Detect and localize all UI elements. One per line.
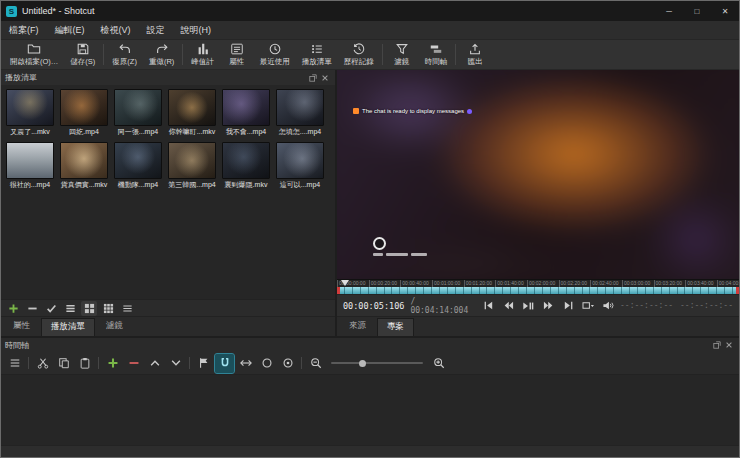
zoom-out-button[interactable] [306,354,325,373]
playlist-clip[interactable]: 這可以...mp4 [275,142,325,190]
tab-playlist[interactable]: 播放清單 [41,318,95,336]
zoom-slider[interactable] [331,357,423,369]
playlist-add-button[interactable] [5,301,21,316]
rewind-button[interactable] [499,297,517,315]
chat-overlay: The chat is ready to display messages [353,108,472,114]
ripple-button[interactable] [257,354,276,373]
skip-start-button[interactable] [479,297,497,315]
playlist-clip[interactable]: 你幹嘛盯...mkv [167,89,217,137]
timeline-menu-button[interactable] [5,354,24,373]
playlist-close-button[interactable] [319,71,331,84]
scrub-while-dragging-button[interactable] [236,354,255,373]
ripple-icon [261,357,273,369]
save-button[interactable]: 儲存(S) [64,40,101,69]
chat-accent-icon [467,109,472,114]
append-button[interactable] [103,354,122,373]
menu-settings[interactable]: 設定 [139,21,173,39]
view-icons-icon [103,303,114,314]
playlist-button[interactable]: 播放清單 [296,40,338,69]
clip-thumbnail [168,142,216,179]
menu-file[interactable]: 檔案(F) [1,21,47,39]
playlist-float-button[interactable] [307,71,319,84]
zoom-dropdown-button[interactable] [579,297,597,315]
out-point-marker[interactable] [736,287,739,294]
lift-button[interactable] [145,354,164,373]
overwrite-button[interactable] [166,354,185,373]
playlist-view-tiles-button[interactable] [81,301,97,316]
marker-button[interactable] [194,354,213,373]
recent-button[interactable]: 最近使用 [254,40,296,69]
clip-name: 怎填怎....mp4 [275,127,325,137]
peak-meter-button[interactable]: 峰值計 [185,40,220,69]
tab-project[interactable]: 專案 [377,318,414,336]
playlist-clip[interactable]: 回紇.mp4 [59,89,109,137]
volume-button[interactable] [599,297,617,315]
playlist-clip[interactable]: 機動隊...mp4 [113,142,163,190]
playlist-clip[interactable]: 我不會...mp4 [221,89,271,137]
playlist-tab-bar: 屬性 播放清單 濾鏡 [1,316,335,336]
append-plus-icon [107,357,119,369]
menu-help[interactable]: 說明(H) [173,21,220,39]
playlist-clip[interactable]: 貨真價實...mkv [59,142,109,190]
menu-edit[interactable]: 編輯(E) [47,21,93,39]
peak-meter-icon [196,42,210,56]
fast-forward-button[interactable] [539,297,557,315]
scrub-bar[interactable] [337,287,739,294]
cut-button[interactable] [33,354,52,373]
snap-button[interactable] [215,354,234,373]
timeline-button[interactable]: 時間軸 [419,40,454,69]
playlist-clip[interactable]: 同一張...mp4 [113,89,163,137]
history-label: 歷程記錄 [344,57,374,67]
timeline-tracks-area[interactable] [1,374,739,445]
tab-source[interactable]: 來源 [339,317,376,336]
playlist-clip[interactable]: 第三韓國...mp4 [167,142,217,190]
zoom-in-button[interactable] [429,354,448,373]
undo-button[interactable]: 復原(Z) [106,40,143,69]
maximize-button[interactable]: □ [683,1,711,21]
filters-button[interactable]: 濾鏡 [385,40,419,69]
minimize-button[interactable]: ─ [655,1,683,21]
play-pause-button[interactable] [519,297,537,315]
main-toolbar: 開啟檔案(O)… 儲存(S) 復原(Z) 重做(R) 峰值計 屬性 最近使用 [1,40,739,70]
redo-button[interactable]: 重做(R) [143,40,180,69]
export-button[interactable]: 匯出 [458,40,492,69]
tab-properties[interactable]: 屬性 [3,317,40,336]
timeline-panel: 時間軸 [1,336,739,445]
skip-end-button[interactable] [559,297,577,315]
playlist-grid: 又震了...mkv 回紇.mp4 同一張...mp4 你幹嘛盯...mkv 我不… [1,85,335,299]
playlist-update-button[interactable] [43,301,59,316]
copy-button[interactable] [54,354,73,373]
close-button[interactable]: ✕ [711,1,739,21]
playlist-remove-button[interactable] [24,301,40,316]
paste-icon [79,357,91,369]
window-title: Untitled* - Shotcut [22,6,655,16]
ruler-tick: 00:04:00:00 [717,280,739,287]
playlist-view-icons-button[interactable] [100,301,116,316]
properties-button[interactable]: 屬性 [220,40,254,69]
chevron-down-icon [170,357,182,369]
playlist-clip[interactable]: 又震了...mkv [5,89,55,137]
playlist-clip[interactable]: 很社的...mp4 [5,142,55,190]
playlist-menu-button[interactable] [119,301,135,316]
properties-label: 屬性 [229,57,244,67]
history-button[interactable]: 歷程記錄 [338,40,380,69]
zoom-dropdown-icon [582,300,595,311]
minus-icon [27,303,38,314]
ripple-delete-button[interactable] [124,354,143,373]
timeline-close-button[interactable] [723,339,735,352]
ripple-all-tracks-button[interactable] [278,354,297,373]
in-point-marker[interactable] [337,287,340,294]
clip-name: 第三韓國...mp4 [167,180,217,190]
tab-filters[interactable]: 濾鏡 [96,317,133,336]
scrub-ruler[interactable]: 00:00:00:00 00:00:20:00 00:00:40:00 00:0… [337,279,739,294]
playlist-view-details-button[interactable] [62,301,78,316]
paste-button[interactable] [75,354,94,373]
playlist-clip[interactable]: 裏到爆隱.mkv [221,142,271,190]
playlist-clip[interactable]: 怎填怎....mp4 [275,89,325,137]
timeline-label: 時間軸 [425,57,448,67]
zoom-knob[interactable] [359,360,366,367]
open-file-button[interactable]: 開啟檔案(O)… [4,40,64,69]
menu-view[interactable]: 檢視(V) [93,21,139,39]
timeline-float-button[interactable] [711,339,723,352]
playhead[interactable] [341,280,349,290]
